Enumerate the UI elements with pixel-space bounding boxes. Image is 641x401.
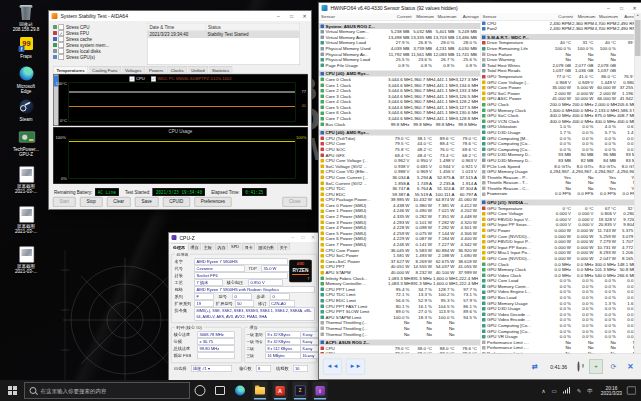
desktop-icon-recycle-bin[interactable]: 回收站 208.158.29.8 <box>2 3 50 32</box>
cpuz-tab[interactable]: 关于 <box>277 243 290 251</box>
sensor-row[interactable]: Page File Usage0.8 %0.8 %0.8 %0.8 % <box>319 63 480 69</box>
stress-checkbox[interactable] <box>59 36 65 42</box>
sensor-row[interactable]: Thermal Throttling (...NoNoNo <box>319 331 480 337</box>
column-header-minimum[interactable]: Minimum <box>574 13 597 20</box>
legend-checkbox-disk[interactable]: ✓ <box>151 77 156 82</box>
maximize-button[interactable]: □ <box>298 233 308 242</box>
desktop-icon-gpuz[interactable]: TechPower... GPU-Z <box>2 128 50 157</box>
l3-way-field[interactable]: 16-way <box>301 352 319 359</box>
stress-option[interactable]: Stress GPU(s) <box>53 54 146 60</box>
model-field[interactable]: 0 <box>233 293 252 300</box>
close-button[interactable]: ✕ <box>628 3 641 13</box>
stop-button[interactable]: Stop <box>80 197 102 207</box>
cpuz-tab[interactable]: 显卡 <box>242 243 255 251</box>
cortana-button[interactable] <box>193 382 208 400</box>
logging-icon[interactable]: + <box>589 360 603 374</box>
multiplier-field[interactable]: x 30.75 <box>198 338 235 345</box>
tab-unified[interactable]: Unified <box>188 66 208 74</box>
ime-indicator[interactable]: 中 <box>587 387 593 395</box>
core-voltage-field[interactable]: 0.950 V <box>249 279 283 286</box>
l2-field[interactable]: 8 x 512 KBytes <box>266 345 301 352</box>
minimize-button[interactable]: – <box>602 3 615 13</box>
cpuz-tab[interactable]: 测试分数 <box>256 243 277 251</box>
stress-checkbox[interactable] <box>59 48 65 54</box>
column-header-minimum[interactable]: Minimum <box>413 13 436 20</box>
l3-field[interactable]: 16 MBytes <box>266 352 301 359</box>
l1-inst-field[interactable]: 8 x 32 KBytes <box>266 338 301 345</box>
cpuz-tab[interactable]: 缓存 <box>188 243 201 251</box>
tab-temperatures[interactable]: Temperatures <box>53 66 88 74</box>
taskbar-aida64-button[interactable]: A <box>273 382 288 400</box>
column-header-average[interactable]: Average <box>458 13 481 20</box>
revision-field[interactable]: CZN-A0 <box>269 300 295 307</box>
tab-voltages[interactable]: Voltages <box>121 66 144 74</box>
ext-model-field[interactable]: 50 <box>235 300 254 307</box>
hwinfo-titlebar[interactable]: HWiNFO64 v6.40-4330 Sensor Status (92 va… <box>319 3 641 14</box>
start-button[interactable]: Start <box>53 197 76 207</box>
log-column-status[interactable]: Status <box>206 24 300 31</box>
taskbar-search-input[interactable]: 在这里输入你要搜索的内容 <box>24 383 190 399</box>
log-column-datetime[interactable]: Date & Time <box>148 24 207 31</box>
technology-field[interactable]: 7 纳米 <box>195 279 223 286</box>
desktop-icon-screenshot-1[interactable]: 屏幕截图 2021-03-... <box>2 165 50 194</box>
close-button[interactable]: Close <box>282 197 307 207</box>
close-button[interactable]: ✕ <box>308 233 318 242</box>
desktop-icon-edge[interactable]: Microsoft Edge <box>2 65 50 94</box>
column-header-sensor[interactable]: Sensor <box>319 13 390 20</box>
action-center-icon[interactable] <box>627 387 636 395</box>
close-sensors-icon[interactable]: ✕ <box>624 360 637 373</box>
stress-checkbox[interactable] <box>59 54 65 60</box>
package-field[interactable]: Socket FP6 <box>195 272 288 279</box>
settings-icon[interactable]: ⟳ <box>607 360 620 373</box>
socket-combobox[interactable]: 插座 #1 ▾ <box>191 365 232 372</box>
l1-data-way-field[interactable]: 8-way <box>301 331 319 338</box>
threads-field[interactable]: 16 <box>293 365 308 372</box>
cpuz-tab[interactable]: 主板 <box>202 243 215 251</box>
taskbar-hwinfo-button[interactable]: i <box>313 382 328 400</box>
ext-family-field[interactable]: 19 <box>195 300 214 307</box>
log-row[interactable]: 2021/3/23 19:34:40 Stability Test Starte… <box>148 31 300 38</box>
preferences-button[interactable]: Preferences <box>194 197 231 207</box>
column-header-average[interactable]: Average <box>619 13 635 20</box>
desktop-icon-screenshot-2[interactable]: 屏幕截图 2021-03-... <box>2 205 50 234</box>
column-header-current[interactable]: Current <box>552 13 575 20</box>
taskbar-cpuz-button[interactable]: Z <box>293 382 308 400</box>
l1-data-field[interactable]: 8 x 32 KBytes <box>266 331 301 338</box>
tab-powers[interactable]: Powers <box>145 66 166 74</box>
cpuz-tab[interactable]: 内存 <box>215 243 228 251</box>
minimize-button[interactable]: – <box>272 11 285 21</box>
maximize-button[interactable]: □ <box>615 3 628 13</box>
column-header-current[interactable]: Current <box>390 13 413 20</box>
bus-speed-field[interactable]: 99.80 MHz <box>198 345 235 352</box>
pen-icon[interactable]: ✎ <box>577 387 582 394</box>
tab-clocks[interactable]: Clocks <box>167 66 187 74</box>
save-button[interactable]: Save <box>135 197 158 207</box>
clear-button[interactable]: Clear <box>107 197 131 207</box>
l2-way-field[interactable]: 8-way <box>301 345 319 352</box>
stress-checkbox[interactable]: ✓ <box>59 30 65 36</box>
network-arrows-icon[interactable]: ⇄ <box>528 360 541 373</box>
start-button[interactable] <box>8 386 17 395</box>
stepping-field[interactable]: 0 <box>271 293 290 300</box>
network-icon[interactable] <box>563 388 571 394</box>
tdp-field[interactable]: 35.0 W <box>262 265 290 272</box>
column-header-sensor[interactable]: Sensor <box>481 13 552 20</box>
page-back-button[interactable]: ◄◄ <box>323 359 342 375</box>
sensor-row[interactable]: Fan22,430 RPM2,360 RPM4,700 RPM2,490 RPM <box>481 26 635 32</box>
column-header-maximum[interactable]: Maximum <box>597 13 620 20</box>
cpuz-titlebar[interactable]: CPU-Z – □ ✕ <box>169 233 318 243</box>
legend-checkbox-cpu[interactable]: ✓ <box>129 77 134 82</box>
tab-cooling-fans[interactable]: Cooling Fans <box>89 66 121 74</box>
stress-checkbox[interactable] <box>59 42 65 48</box>
minimize-button[interactable]: – <box>288 233 298 242</box>
task-view-button[interactable] <box>213 382 228 400</box>
rated-fsb-field[interactable] <box>198 352 235 359</box>
stress-checkbox[interactable] <box>59 24 65 30</box>
aida64-titlebar[interactable]: System Stability Test - AIDA64 – □ ✕ <box>49 11 311 22</box>
cpu-name-field[interactable]: AMD Ryzen 7 5800HS <box>195 258 288 265</box>
l1-inst-way-field[interactable]: 8-way <box>301 338 319 345</box>
cores-field[interactable]: 8 <box>256 365 271 372</box>
taskbar-clock[interactable]: 20:16 2021/3/23 <box>601 385 622 396</box>
desktop-icon-steam[interactable]: Steam <box>2 98 50 122</box>
page-forward-button[interactable]: ►► <box>346 359 365 375</box>
